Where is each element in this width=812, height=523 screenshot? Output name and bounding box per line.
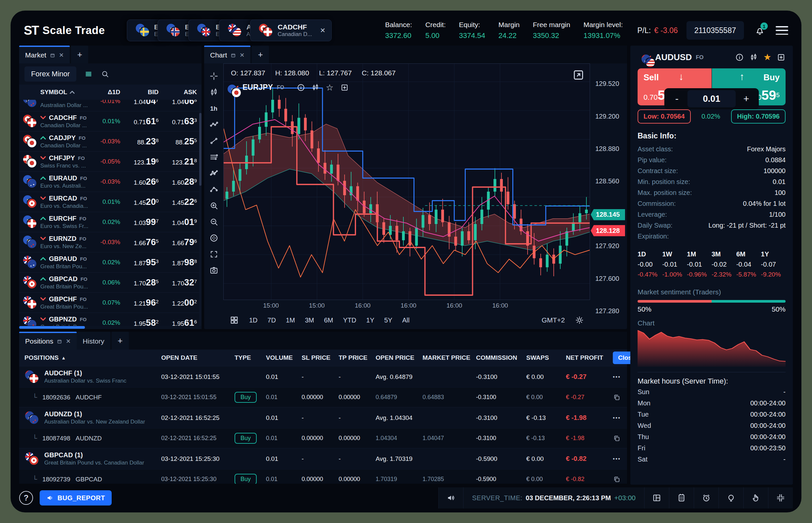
position-sub-18092739[interactable]: └18092739GBPCAD03-12-2021 15:25:30Buy0.0…	[19, 469, 627, 484]
crosshair-icon[interactable]	[206, 68, 221, 84]
range-1y[interactable]: 1Y	[366, 317, 374, 324]
market-row-eurcad[interactable]: EURCADFOEuro vs. Canadia...0.01%1.452001…	[19, 192, 202, 212]
row-menu-button[interactable]: •••	[613, 456, 627, 462]
pattern-icon[interactable]	[206, 165, 221, 181]
position-sub-18092636[interactable]: └18092636AUDCHF03-12-2021 15:01:55Buy0.0…	[19, 387, 627, 407]
col-change[interactable]: Δ1D	[89, 89, 120, 96]
window-icon[interactable]	[50, 52, 55, 58]
col-open-date[interactable]: OPEN DATE	[161, 354, 235, 361]
close-icon[interactable]: ✕	[320, 26, 326, 34]
chart-plot-area[interactable]: O: 127.837H: 128.080L: 127.767C: 128.067…	[223, 64, 590, 300]
market-row-gbpnzd[interactable]: GBPNZDFOGreat British Pou...0.02%1.95582…	[19, 313, 202, 326]
row-bid[interactable]: 1.21962	[120, 298, 159, 308]
volume-input[interactable]: 0.01	[687, 90, 736, 107]
info-icon[interactable]	[297, 83, 305, 92]
duplicate-icon[interactable]	[613, 475, 621, 483]
position-group-audnzd[interactable]: AUDNZD (1)Australian Dollar vs. New Zeal…	[19, 407, 627, 428]
col-open-price[interactable]: OPEN PRICE	[375, 354, 423, 361]
col-tp-price[interactable]: TP PRICE	[338, 354, 375, 361]
row-bid[interactable]: 1.03997	[120, 217, 159, 227]
search-icon[interactable]	[101, 70, 109, 78]
col-commission[interactable]: COMMISSION	[476, 354, 526, 361]
fullscreen-icon[interactable]	[206, 246, 221, 262]
row-menu-button[interactable]: •••	[613, 415, 627, 421]
col-symbol[interactable]: SYMBOL	[40, 89, 67, 96]
add-sq-icon[interactable]	[340, 83, 349, 92]
duplicate-icon[interactable]	[613, 394, 621, 401]
curve-icon[interactable]	[206, 181, 221, 198]
row-ask[interactable]: 1.60289	[159, 177, 197, 187]
zoom-in-icon[interactable]	[206, 198, 221, 214]
col-type[interactable]: TYPE	[235, 354, 266, 361]
market-row-gbpcad[interactable]: GBPCADFOGreat Britain Pou...0.06%1.70285…	[19, 273, 202, 293]
star-icon[interactable]: ☆	[326, 83, 334, 92]
layout-icon[interactable]	[644, 487, 669, 508]
list-icon[interactable]	[84, 70, 93, 78]
bug-report-button[interactable]: BUG_REPORT	[40, 490, 112, 505]
market-row-cadjpy[interactable]: CADJPYFOCanadian Dollar ...-0.03%88.2388…	[19, 131, 202, 152]
close-icon[interactable]: ✕	[59, 52, 64, 59]
col-net-profit[interactable]: NET PROFIT	[566, 354, 613, 361]
expand-icon[interactable]	[572, 68, 585, 82]
reverse-icon[interactable]	[626, 475, 627, 483]
horizontal-lines-icon[interactable]	[206, 149, 221, 165]
row-bid[interactable]: 1.04047	[120, 100, 159, 106]
row-ask[interactable]: 1.45226	[159, 197, 197, 207]
col-sl-price[interactable]: SL PRICE	[301, 354, 338, 361]
row-ask[interactable]: 1.04068	[159, 100, 197, 106]
col-bid[interactable]: BID	[120, 89, 159, 96]
market-horizontal-scrollbar[interactable]	[19, 326, 202, 329]
notifications-button[interactable]: 1	[753, 23, 767, 38]
magic-icon[interactable]	[206, 230, 221, 246]
account-number[interactable]: 2110355587	[686, 21, 744, 40]
col-market-price[interactable]: MARKET PRICE	[423, 354, 476, 361]
market-row-eurnzd[interactable]: EURNZDFOEuro vs. New Ze...-0.03%1.667651…	[19, 232, 202, 252]
tab-history[interactable]: History	[77, 332, 110, 349]
type-buy-badge[interactable]: Buy	[235, 474, 257, 484]
position-group-audchf[interactable]: AUDCHF (1)Australian Dollar vs. Swiss Fr…	[19, 366, 627, 387]
market-row-euraud[interactable]: EURAUDFOEuro vs. Australi...-0.03%1.6026…	[19, 172, 202, 192]
market-row-audnzd[interactable]: AUDNZDFOAustralian Dollar ...-0.01%1.040…	[19, 100, 202, 111]
info-icon[interactable]	[735, 53, 744, 62]
col-volume[interactable]: VOLUME	[266, 354, 301, 361]
add-sq-icon[interactable]	[777, 53, 786, 62]
market-vertical-scrollbar[interactable]	[199, 100, 202, 326]
candlestick-chart[interactable]	[224, 64, 590, 300]
duplicate-icon[interactable]	[613, 434, 621, 443]
row-menu-button[interactable]: •••	[613, 374, 627, 380]
window-icon[interactable]	[230, 52, 236, 58]
row-ask[interactable]: 1.87988	[159, 257, 197, 268]
row-bid[interactable]: 0.71616	[120, 116, 159, 127]
market-row-gbpchf[interactable]: GBPCHFFOGreat Britain Pou...0.07%1.21962…	[19, 293, 202, 313]
range-6m[interactable]: 6M	[324, 317, 333, 324]
zoom-out-icon[interactable]	[206, 214, 221, 230]
row-ask[interactable]: 1.04019	[159, 217, 197, 227]
candles-icon[interactable]	[749, 53, 758, 62]
alarm-icon[interactable]	[694, 487, 719, 508]
add-tab-button[interactable]: +	[112, 332, 129, 349]
row-ask[interactable]: 1.22002	[159, 298, 197, 308]
row-bid[interactable]: 1.45200	[120, 197, 159, 207]
market-row-cadchf[interactable]: CADCHFFOCanadian Dollar ...0.01%0.716160…	[19, 111, 202, 131]
close-icon[interactable]: ✕	[66, 338, 71, 345]
sound-button[interactable]	[438, 487, 463, 508]
row-ask[interactable]: 1.70327	[159, 277, 197, 288]
row-bid[interactable]: 1.60266	[120, 177, 159, 187]
row-bid[interactable]: 1.66765	[120, 237, 159, 248]
window-icon[interactable]	[56, 338, 62, 344]
reverse-icon[interactable]	[626, 394, 627, 401]
volume-decrease-button[interactable]: -	[666, 93, 687, 104]
range-1d[interactable]: 1D	[249, 317, 258, 324]
position-group-gbpcad[interactable]: GBPCAD (1)Great Britain Pound vs. Canadi…	[19, 448, 627, 469]
col-ask[interactable]: ASK	[159, 89, 197, 96]
row-ask[interactable]: 1.66796	[159, 237, 197, 248]
row-ask[interactable]: 0.71633	[159, 116, 197, 127]
add-tab-button[interactable]: +	[252, 46, 269, 64]
candles-icon[interactable]	[311, 83, 320, 92]
tab-market[interactable]: Market ✕	[19, 46, 70, 64]
pointer-icon[interactable]	[743, 487, 768, 508]
row-bid[interactable]: 123.196	[120, 157, 159, 167]
row-ask[interactable]: 1.95616	[159, 318, 197, 326]
row-bid[interactable]: 1.95582	[120, 318, 159, 326]
add-tab-button[interactable]: +	[71, 46, 88, 64]
